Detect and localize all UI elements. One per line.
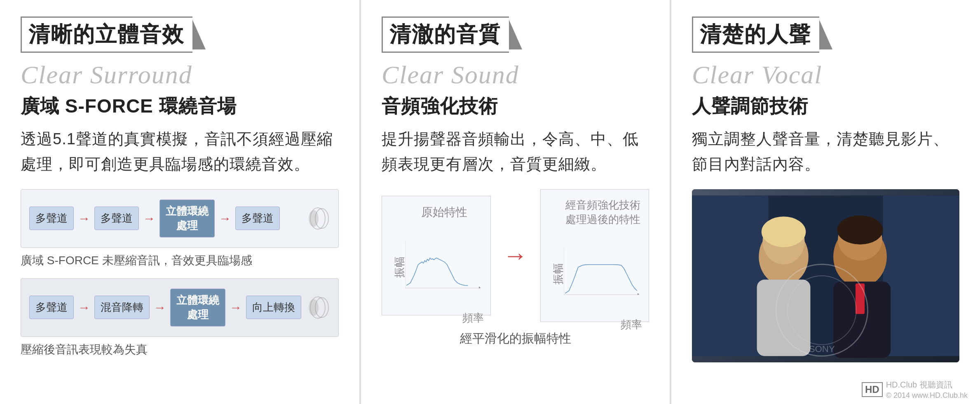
- section-header-3: 清楚的人聲: [692, 16, 959, 53]
- title-slash-3: [819, 20, 832, 49]
- svg-marker-11: [638, 293, 639, 295]
- chart-xlabel-1: 頻率: [405, 311, 484, 325]
- subtitle-en-1: Clear Surround: [21, 60, 339, 89]
- section-title-zh-1: 清晰的立體音效: [21, 16, 206, 53]
- svg-point-21: [837, 215, 883, 244]
- flow-box-2b: 混音降轉: [94, 296, 150, 319]
- feature-desc-3: 獨立調整人聲音量，清楚聽見影片、節目內對話內容。: [692, 127, 959, 177]
- chart-title-1: 原始特性: [405, 204, 484, 220]
- flow-box-1a: 多聲道: [29, 207, 74, 230]
- panel-clear-sound: 清澈的音質 Clear Sound 音頻強化技術 提升揚聲器音頻輸出，令高、中、…: [360, 0, 671, 404]
- tv-visual: SONY: [692, 189, 959, 362]
- svg-rect-23: [856, 283, 865, 314]
- section-title-zh-2: 清澈的音質: [382, 16, 522, 53]
- subtitle-en-3: Clear Vocal: [692, 60, 959, 89]
- chart-ylabel-2: 振幅: [551, 263, 565, 284]
- feature-desc-2: 提升揚聲器音頻輸出，令高、中、低頻表現更有層次，音質更細緻。: [382, 127, 649, 177]
- chart-ylabel-1: 振幅: [392, 256, 407, 278]
- chart-svg-1: [405, 226, 484, 308]
- chart-processed: 經音頻強化技術 處理過後的特性 振幅 頻率: [540, 189, 649, 322]
- chart-xlabel-2: 頻率: [564, 317, 642, 332]
- chart-original: 原始特性 振幅 頻率: [382, 196, 491, 315]
- flow-box-1c: 立體環繞處理: [159, 200, 215, 237]
- chart-area-1: 振幅 頻率: [405, 226, 484, 308]
- section-header-1: 清晰的立體音效: [21, 16, 339, 53]
- chart-title-2: 經音頻強化技術 處理過後的特性: [564, 198, 642, 227]
- feature-title-2: 音頻強化技術: [382, 94, 649, 119]
- panel-clear-vocal: 清楚的人聲 Clear Vocal 人聲調節技術 獨立調整人聲音量，清楚聽見影片…: [671, 0, 980, 404]
- flow-caption-1: 廣域 S-FORCE 未壓縮音訊，音效更具臨場感: [21, 253, 339, 268]
- flow-box-2c: 立體環繞處理: [170, 289, 225, 326]
- flow-arrow-1c: →: [219, 211, 231, 225]
- charts-row: 原始特性 振幅 頻率 → 經音頻強化技術 處理過後的特性 振幅: [382, 189, 649, 322]
- subtitle-en-2: Clear Sound: [382, 60, 649, 89]
- flow-arrow-1b: →: [143, 211, 155, 225]
- feature-desc-1: 透過5.1聲道的真實模擬，音訊不須經過壓縮處理，即可創造更具臨場感的環繞音效。: [21, 127, 339, 177]
- flow-box-1b: 多聲道: [94, 207, 139, 230]
- flow-arrow-2b: →: [154, 301, 166, 315]
- speaker-icon-1: [305, 206, 330, 231]
- chart-area-2: 振幅 頻率: [564, 233, 642, 315]
- tv-image-container: SONY: [692, 189, 959, 362]
- flow-diagram-1: 多聲道 → 多聲道 → 立體環繞處理 → 多聲道: [21, 189, 339, 248]
- tv-frame: SONY: [692, 189, 959, 362]
- title-slash-2: [509, 20, 522, 49]
- flow-arrow-2c: →: [230, 301, 242, 315]
- flow-box-2d: 向上轉換: [246, 296, 301, 319]
- speaker-svg-1: [305, 206, 330, 231]
- flow-box-1d: 多聲道: [235, 207, 280, 230]
- section-header-2: 清澈的音質: [382, 16, 649, 53]
- section-title-zh-3: 清楚的人聲: [692, 16, 832, 53]
- svg-marker-8: [479, 287, 481, 289]
- svg-rect-14: [883, 195, 959, 356]
- chart-bottom-caption: 經平滑化的振幅特性: [382, 330, 649, 347]
- speaker-icon-2: [305, 295, 330, 320]
- svg-point-17: [762, 216, 806, 247]
- footer-text: HD.Club 視聽資訊 © 2014 www.HD.Club.hk: [886, 379, 968, 400]
- svg-rect-13: [692, 195, 768, 356]
- chart-svg-2: [564, 233, 642, 315]
- flow-arrow-2a: →: [78, 301, 90, 315]
- title-slash-1: [192, 20, 206, 49]
- flow-caption-2: 壓縮後音訊表現較為失真: [21, 342, 339, 357]
- svg-rect-18: [757, 280, 811, 356]
- flow-arrow-1a: →: [78, 211, 90, 225]
- flow-box-2a: 多聲道: [29, 296, 74, 319]
- feature-title-1: 廣域 S-FORCE 環繞音場: [21, 94, 339, 119]
- feature-title-3: 人聲調節技術: [692, 94, 959, 119]
- hd-logo: HD: [862, 382, 883, 397]
- svg-text:SONY: SONY: [809, 344, 835, 354]
- global-footer: HD HD.Club 視聽資訊 © 2014 www.HD.Club.hk: [862, 379, 968, 400]
- flow-diagram-2: 多聲道 → 混音降轉 → 立體環繞處理 → 向上轉換: [21, 278, 339, 337]
- speaker-svg-2: [305, 295, 330, 320]
- tv-screen: SONY: [692, 189, 959, 362]
- panel-clear-surround: 清晰的立體音效 Clear Surround 廣域 S-FORCE 環繞音場 透…: [0, 0, 360, 404]
- chart-arrow: →: [503, 241, 528, 270]
